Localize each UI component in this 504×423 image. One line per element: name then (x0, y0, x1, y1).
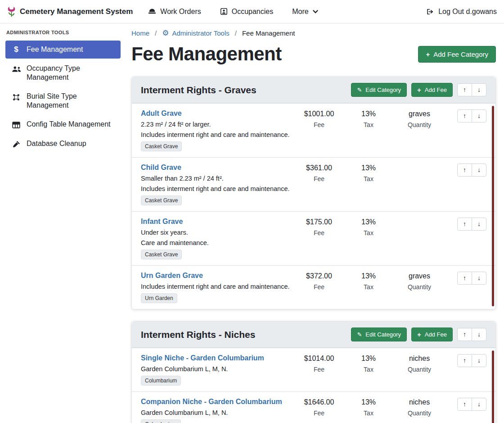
category-header: Interment Rights - Graves ✎ Edit Categor… (132, 77, 495, 103)
fee-column: $361.00 Fee (292, 164, 346, 182)
sidebar-item-config-table-management[interactable]: Config Table Management (5, 115, 121, 134)
category-body: Single Niche - Garden Columbarium Garden… (132, 348, 495, 423)
sidebar-item-fee-management[interactable]: $ Fee Management (5, 41, 121, 59)
add-fee-category-button[interactable]: + Add Fee Category (418, 46, 496, 63)
move-category-down-button[interactable]: ↓ (472, 83, 486, 96)
card-scrollbar[interactable] (492, 106, 494, 306)
fee-label: Fee (292, 175, 346, 182)
move-category-up-button[interactable]: ↑ (457, 83, 472, 96)
fee-name-link[interactable]: Urn Garden Grave (141, 272, 203, 280)
up-arrow-icon: ↑ (463, 112, 466, 119)
up-arrow-icon: ↑ (463, 331, 466, 338)
quantity-unit: niches (391, 398, 448, 406)
quantity-unit: graves (391, 272, 448, 280)
tax-label: Tax (346, 175, 391, 182)
fee-reorder-group: ↑ ↓ (448, 272, 486, 285)
logout-link[interactable]: Log Out d.gowans (426, 8, 497, 16)
logout-label: Log Out d.gowans (438, 8, 497, 16)
fee-info: Adult Grave 2.23 m² / 24 ft² or larger. … (141, 109, 292, 151)
up-arrow-icon: ↑ (463, 357, 466, 364)
down-arrow-icon: ↓ (477, 274, 481, 282)
fee-name-link[interactable]: Single Niche - Garden Columbarium (141, 354, 264, 362)
gear-icon: ⚙ (162, 29, 169, 37)
fee-description: Includes interment right and care and ma… (141, 283, 292, 290)
move-fee-down-button[interactable]: ↓ (472, 109, 486, 123)
add-fee-button[interactable]: + Add Fee (411, 83, 453, 97)
add-fee-button[interactable]: + Add Fee (411, 327, 453, 341)
fee-amount: $1001.00 (292, 110, 346, 118)
fee-label: Fee (292, 409, 346, 417)
plus-icon: + (417, 86, 421, 93)
tax-label: Tax (346, 121, 391, 128)
fee-row: Companion Niche - Garden Columbarium Gar… (132, 391, 495, 423)
fee-type-badge: Casket Grave (141, 250, 182, 259)
fee-description: Care and maintenance. (141, 239, 292, 246)
move-fee-up-button[interactable]: ↑ (457, 272, 472, 285)
fee-name-link[interactable]: Child Grave (141, 164, 181, 172)
breadcrumb-separator: / (235, 29, 237, 37)
tax-column: 13% Tax (346, 272, 391, 291)
nav-work-orders[interactable]: Work Orders (148, 8, 201, 16)
move-fee-down-button[interactable]: ↓ (472, 398, 486, 411)
fee-name-link[interactable]: Adult Grave (141, 109, 182, 118)
fee-info: Infant Grave Under six years. Care and m… (141, 218, 292, 259)
fee-name-link[interactable]: Infant Grave (141, 218, 183, 226)
up-arrow-icon: ↑ (463, 274, 466, 282)
move-category-down-button[interactable]: ↓ (472, 328, 486, 341)
tax-column: 13% Tax (346, 109, 391, 128)
edit-category-label: Edit Category (365, 86, 401, 93)
fee-column: $1014.00 Fee (292, 354, 346, 373)
occupant-frame-icon (220, 8, 228, 15)
nav-more[interactable]: More (292, 8, 318, 16)
tax-value: 13% (346, 272, 391, 280)
brand-link[interactable]: Cemetery Management System (7, 6, 133, 18)
brand-title: Cemetery Management System (20, 7, 133, 16)
fee-reorder-group: ↑ ↓ (448, 218, 486, 231)
breadcrumb-admin-tools-label: Administrator Tools (172, 29, 229, 37)
up-arrow-icon: ↑ (463, 400, 466, 408)
sidebar-item-label: Fee Management (27, 45, 83, 54)
fee-description: Smaller than 2.23 m² / 24 ft². (141, 175, 292, 182)
fee-amount: $1014.00 (292, 355, 346, 363)
fee-label: Fee (292, 229, 346, 237)
fee-description: 2.23 m² / 24 ft² or larger. (141, 121, 292, 128)
move-fee-up-button[interactable]: ↑ (457, 354, 472, 367)
tax-value: 13% (346, 398, 391, 406)
nav-more-label: More (292, 8, 308, 16)
quantity-unit: niches (391, 355, 448, 363)
move-fee-up-button[interactable]: ↑ (457, 109, 472, 123)
move-category-up-button[interactable]: ↑ (457, 328, 472, 341)
edit-category-button[interactable]: ✎ Edit Category (351, 83, 407, 97)
sidebar-item-occupancy-type-management[interactable]: Occupancy Type Management (5, 59, 121, 86)
move-fee-up-button[interactable]: ↑ (457, 218, 472, 231)
breadcrumb-home-link[interactable]: Home (131, 29, 149, 37)
nav-occupancies[interactable]: Occupancies (220, 8, 274, 16)
fee-row: Infant Grave Under six years. Care and m… (132, 211, 495, 265)
tax-column: 13% Tax (346, 398, 391, 417)
tax-value: 13% (346, 218, 391, 226)
fee-label: Fee (292, 121, 346, 128)
sidebar-item-burial-site-type-management[interactable]: Burial Site Type Management (5, 87, 121, 114)
move-fee-down-button[interactable]: ↓ (472, 164, 486, 177)
card-scrollbar[interactable] (492, 350, 494, 423)
move-fee-down-button[interactable]: ↓ (472, 354, 486, 367)
down-arrow-icon: ↓ (477, 166, 481, 173)
sidebar-item-database-cleanup[interactable]: Database Cleanup (5, 135, 121, 153)
quantity-label: Quantity (391, 366, 448, 373)
move-fee-down-button[interactable]: ↓ (472, 218, 486, 231)
fee-description: Garden Columbarium L, M, N. (141, 365, 292, 373)
category-card-niches: Interment Rights - Niches ✎ Edit Categor… (131, 321, 496, 423)
breadcrumb-admin-tools-link[interactable]: ⚙ Administrator Tools (162, 29, 230, 37)
tax-label: Tax (346, 283, 391, 291)
nav-work-orders-label: Work Orders (160, 8, 201, 16)
fee-column: $1001.00 Fee (292, 109, 346, 128)
move-fee-up-button[interactable]: ↑ (457, 164, 472, 177)
category-title: Interment Rights - Graves (141, 85, 346, 96)
move-fee-down-button[interactable]: ↓ (472, 272, 486, 285)
users-icon (11, 64, 22, 73)
fee-name-link[interactable]: Companion Niche - Garden Columbarium (141, 398, 282, 406)
move-fee-up-button[interactable]: ↑ (457, 398, 472, 411)
edit-category-button[interactable]: ✎ Edit Category (351, 327, 407, 341)
down-arrow-icon: ↓ (477, 331, 481, 338)
dollar-icon: $ (11, 45, 22, 54)
